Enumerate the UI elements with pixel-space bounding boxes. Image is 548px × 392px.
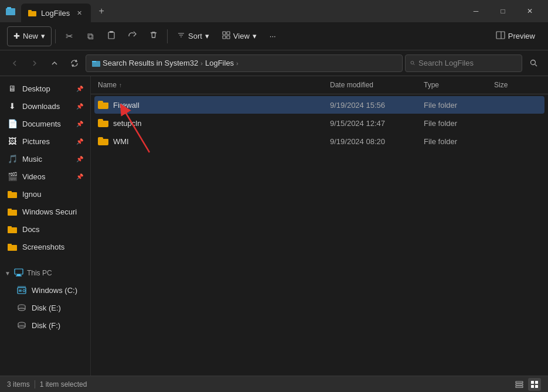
file-type-setupcln: File folder: [424, 119, 494, 128]
breadcrumb[interactable]: Search Results in System32 › LogFiles ›: [86, 54, 403, 72]
content-wrapper: Name ↑ Date modified Type Size: [91, 76, 548, 376]
details-view-toggle[interactable]: [513, 378, 526, 391]
screenshots-folder-icon: [7, 241, 18, 252]
col-header-size[interactable]: Size: [494, 80, 541, 90]
breadcrumb-part1: Search Results in System32: [103, 59, 198, 67]
sidebar-item-screenshots[interactable]: Screenshots: [2, 238, 88, 255]
file-name-label-firewall: Firewall: [113, 101, 139, 110]
sidebar-label-ignou: Ignou: [22, 190, 83, 199]
column-headers: Name ↑ Date modified Type Size: [91, 76, 548, 94]
view-chevron-icon: ▾: [253, 32, 257, 40]
sidebar-item-ignou[interactable]: Ignou: [2, 185, 88, 203]
svg-rect-23: [8, 227, 17, 233]
file-type-firewall: File folder: [424, 101, 494, 110]
sidebar-item-videos[interactable]: 🎬 Videos 📌: [2, 168, 88, 185]
copy-button[interactable]: ⧉: [80, 26, 100, 46]
col-header-name[interactable]: Name ↑: [98, 80, 330, 90]
sidebar-item-documents[interactable]: 📄 Documents 📌: [2, 115, 88, 132]
file-row-wmi[interactable]: WMI 9/19/2024 08:20 File folder: [94, 132, 544, 150]
col-header-date[interactable]: Date modified: [330, 80, 424, 90]
up-button[interactable]: [46, 54, 63, 72]
preview-button[interactable]: Preview: [490, 26, 541, 46]
file-row-setupcln[interactable]: setupcln 9/15/2024 12:47 File folder: [94, 114, 544, 132]
breadcrumb-sep2: ›: [236, 60, 239, 67]
selected-count: 1 item selected: [40, 380, 87, 388]
delete-button[interactable]: [144, 26, 164, 46]
svg-rect-45: [516, 381, 523, 383]
sidebar-drive-f[interactable]: Disk (F:): [2, 316, 88, 334]
pin-icon-music: 📌: [76, 156, 83, 162]
toolbar: ✚ New ▾ ✂ ⧉: [0, 22, 548, 50]
maximize-button[interactable]: □: [489, 0, 516, 22]
sidebar-item-downloads[interactable]: ⬇ Downloads 📌: [2, 97, 88, 115]
paste-icon: [107, 30, 116, 42]
preview-label: Preview: [508, 32, 535, 40]
pin-icon-desktop: 📌: [76, 86, 83, 92]
cut-button[interactable]: ✂: [59, 26, 79, 46]
status-bar: 3 items 1 item selected: [0, 376, 548, 392]
refresh-button[interactable]: [66, 54, 83, 72]
grid-view-toggle[interactable]: [528, 378, 541, 391]
svg-rect-7: [223, 32, 226, 35]
svg-point-32: [23, 289, 25, 292]
share-button[interactable]: [122, 26, 142, 46]
svg-rect-27: [15, 269, 23, 274]
new-label: New: [23, 32, 38, 40]
sort-label: Sort: [188, 32, 202, 40]
title-bar: LogFiles ✕ + ─ □ ✕: [0, 0, 548, 22]
sidebar-item-desktop[interactable]: 🖥 Desktop 📌: [2, 80, 88, 97]
file-name-label-setupcln: setupcln: [113, 119, 141, 128]
svg-rect-19: [8, 192, 17, 198]
col-header-type[interactable]: Type: [424, 80, 494, 90]
cut-icon: ✂: [66, 31, 73, 42]
docs-folder-icon: [7, 224, 18, 234]
content-area: Name ↑ Date modified Type Size: [91, 76, 548, 376]
close-button[interactable]: ✕: [516, 0, 543, 22]
search-button[interactable]: [525, 54, 542, 72]
svg-rect-49: [535, 381, 538, 384]
forward-button[interactable]: [26, 54, 43, 72]
sidebar-label-screenshots: Screenshots: [22, 243, 83, 251]
sidebar-drive-e[interactable]: Disk (E:): [2, 299, 88, 316]
search-input[interactable]: [418, 59, 517, 67]
sidebar-item-music[interactable]: 🎵 Music 📌: [2, 150, 88, 168]
svg-rect-46: [516, 384, 523, 386]
search-bar[interactable]: [405, 54, 522, 72]
svg-rect-9: [223, 36, 226, 39]
view-button[interactable]: View ▾: [216, 26, 263, 46]
sidebar-item-windows-security[interactable]: Windows Securi: [2, 203, 88, 220]
sidebar-label-windows-security: Windows Securi: [22, 207, 83, 216]
item-count: 3 items: [7, 380, 30, 388]
minimize-button[interactable]: ─: [462, 0, 489, 22]
sidebar: 🖥 Desktop 📌 ⬇ Downloads 📌 📄 Documents 📌 …: [0, 76, 91, 376]
svg-line-16: [414, 64, 415, 65]
svg-rect-8: [227, 32, 230, 35]
svg-rect-29: [16, 275, 22, 277]
paste-button[interactable]: [101, 26, 121, 46]
breadcrumb-location-icon: [92, 59, 100, 67]
new-button[interactable]: ✚ New ▾: [7, 26, 52, 46]
more-button[interactable]: ···: [264, 26, 282, 46]
active-tab[interactable]: LogFiles ✕: [21, 4, 91, 22]
new-tab-button[interactable]: +: [93, 3, 110, 19]
folder-icon-setupcln: [98, 118, 108, 128]
tab-close-button[interactable]: ✕: [74, 8, 84, 18]
file-row-firewall[interactable]: Firewall 9/19/2024 15:56 File folder: [94, 96, 544, 114]
svg-rect-25: [8, 245, 17, 251]
folder-icon-wmi: [98, 136, 108, 146]
svg-rect-47: [516, 386, 523, 388]
sidebar-label-music: Music: [22, 155, 72, 163]
this-pc-section[interactable]: ▼ This PC: [0, 265, 90, 281]
documents-icon: 📄: [7, 118, 18, 129]
svg-rect-2: [28, 11, 36, 16]
back-button[interactable]: [6, 54, 23, 72]
svg-rect-14: [92, 61, 96, 62]
file-date-setupcln: 9/15/2024 12:47: [330, 119, 424, 128]
sidebar-item-pictures[interactable]: 🖼 Pictures 📌: [2, 132, 88, 150]
drive-f-label: Disk (F:): [32, 321, 60, 330]
sidebar-drive-c[interactable]: Windows (C:): [2, 281, 88, 299]
sidebar-item-docs[interactable]: Docs: [2, 220, 88, 238]
main-layout: 🖥 Desktop 📌 ⬇ Downloads 📌 📄 Documents 📌 …: [0, 76, 548, 376]
sort-button[interactable]: Sort ▾: [171, 26, 215, 46]
svg-rect-22: [8, 209, 12, 210]
